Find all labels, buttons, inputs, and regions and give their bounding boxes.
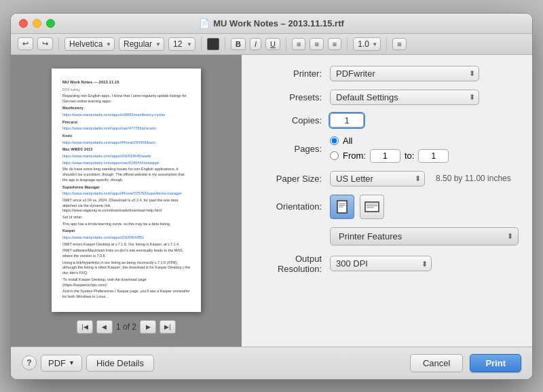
italic-button[interactable]: I — [250, 38, 261, 50]
paper-size-row: Paper Size: US Letter 8.50 by 11.00 inch… — [255, 171, 519, 187]
output-resolution-control: 300 DPI — [330, 256, 519, 271]
pages-radio-group: All From: to: — [330, 136, 449, 163]
minimize-button[interactable] — [33, 19, 41, 28]
pages-from-input[interactable] — [370, 149, 400, 163]
copies-control — [330, 113, 519, 128]
title-text: MU Work Notes – 2013.11.15.rtf — [213, 18, 344, 28]
printer-row: Printer: PDFwriter — [255, 66, 519, 81]
pdf-arrow-icon: ▼ — [69, 359, 75, 366]
prev-page-button[interactable]: ◀ — [96, 320, 113, 334]
pages-all-radio[interactable] — [330, 136, 339, 145]
copies-input[interactable] — [330, 113, 364, 128]
pages-row: Pages: All From: to: — [255, 136, 519, 163]
maximize-button[interactable] — [46, 19, 55, 28]
presets-select[interactable]: Default Settings — [330, 90, 479, 105]
toolbar: ↩ ↪ Helvetica Regular 12 B I U ≡ ≡ ≡ — [11, 34, 532, 55]
printer-control: PDFwriter — [330, 66, 519, 81]
printer-features-select-wrapper: Printer Features — [330, 227, 519, 246]
paper-size-label: Paper Size: — [255, 174, 330, 184]
help-button[interactable]: ? — [22, 355, 37, 370]
toolbar-separator-4 — [286, 37, 286, 51]
landscape-button[interactable] — [360, 195, 384, 219]
printer-features-select[interactable]: Printer Features — [330, 227, 519, 246]
toolbar-separator-2 — [201, 37, 202, 51]
font-size-select[interactable]: 12 — [168, 37, 195, 51]
pages-control: All From: to: — [330, 136, 519, 163]
text-color-button[interactable] — [207, 38, 219, 50]
toolbar-separator-6 — [386, 37, 387, 51]
orientation-label: Orientation: — [255, 201, 330, 212]
orientation-control — [330, 195, 519, 219]
bottom-bar: ? PDF ▼ Hide Details Cancel Print — [11, 347, 532, 379]
paper-size-control: US Letter 8.50 by 11.00 inches — [330, 171, 519, 187]
pages-range-row: From: to: — [330, 149, 449, 163]
align-right-button[interactable]: ≡ — [328, 38, 341, 50]
pages-from-label: From: — [343, 151, 366, 161]
last-page-button[interactable]: ▶| — [160, 320, 176, 334]
toolbar-separator-5 — [347, 37, 348, 51]
bottom-right-controls: Cancel Print — [410, 354, 521, 372]
doc-page: MU Work Notes — 2013.11.15 DOK listing R… — [52, 68, 201, 312]
font-family-select[interactable]: Helvetica — [64, 37, 115, 51]
pages-all-label: All — [343, 136, 352, 146]
paper-size-dimensions: 8.50 by 11.00 inches — [436, 174, 511, 183]
copies-row: Copies: — [255, 113, 519, 128]
presets-control: Default Settings — [330, 90, 519, 105]
printer-features-row: Printer Features — [255, 227, 519, 246]
paper-size-select[interactable]: US Letter — [330, 171, 425, 187]
toolbar-separator-1 — [58, 37, 59, 51]
printer-label: Printer: — [255, 68, 330, 79]
orientation-row: Orientation: — [255, 195, 519, 219]
paper-size-select-wrapper: US Letter — [330, 171, 425, 187]
align-center-button[interactable]: ≡ — [310, 38, 323, 50]
align-left-button[interactable]: ≡ — [292, 38, 305, 50]
pages-to-label: to: — [405, 151, 414, 161]
hide-details-button[interactable]: Hide Details — [86, 355, 154, 372]
font-style-select[interactable]: Regular — [119, 37, 164, 51]
list-button[interactable]: ≡ — [392, 38, 406, 50]
svg-rect-4 — [365, 202, 379, 212]
print-button[interactable]: Print — [470, 354, 521, 372]
printer-features-control: Printer Features — [330, 227, 519, 246]
presets-select-wrapper: Default Settings — [330, 90, 479, 105]
pdf-label: PDF — [48, 358, 66, 368]
pages-to-input[interactable] — [418, 149, 449, 163]
presets-row: Presets: Default Settings — [255, 90, 519, 105]
page-navigation: |◀ ◀ 1 of 2 ▶ ▶| — [77, 320, 176, 334]
main-content: MU Work Notes — 2013.11.15 DOK listing R… — [11, 55, 532, 347]
line-spacing-select[interactable]: 1.0 — [353, 37, 381, 51]
pages-from-radio[interactable] — [330, 151, 339, 160]
cancel-button[interactable]: Cancel — [410, 354, 463, 372]
page-info: 1 of 2 — [116, 322, 136, 332]
window-controls — [19, 19, 55, 28]
output-resolution-label: Output Resolution: — [255, 254, 330, 274]
font-size-wrapper: 12 — [168, 37, 195, 51]
title-bar: 📄 MU Work Notes – 2013.11.15.rtf — [11, 14, 532, 34]
document-preview: MU Work Notes — 2013.11.15 DOK listing R… — [11, 55, 242, 347]
printer-select[interactable]: PDFwriter — [330, 66, 479, 81]
presets-label: Presets: — [255, 92, 330, 102]
line-spacing-wrapper: 1.0 — [353, 37, 381, 51]
pages-all-row: All — [330, 136, 449, 146]
font-family-wrapper: Helvetica — [64, 37, 115, 51]
output-resolution-row: Output Resolution: 300 DPI — [255, 254, 519, 274]
copies-label: Copies: — [255, 115, 330, 125]
close-button[interactable] — [19, 19, 28, 28]
portrait-button[interactable] — [330, 195, 354, 219]
bold-button[interactable]: B — [231, 38, 246, 50]
printer-select-wrapper: PDFwriter — [330, 66, 479, 81]
window-title: 📄 MU Work Notes – 2013.11.15.rtf — [199, 18, 344, 28]
next-page-button[interactable]: ▶ — [140, 320, 156, 334]
font-style-wrapper: Regular — [119, 37, 164, 51]
undo-button[interactable]: ↩ — [18, 37, 33, 50]
underline-button[interactable]: U — [265, 38, 280, 50]
toolbar-separator-3 — [225, 37, 225, 51]
print-options-panel: Printer: PDFwriter Presets: Default Sett… — [242, 55, 532, 347]
output-res-select-wrapper: 300 DPI — [330, 256, 432, 271]
pages-label: Pages: — [255, 144, 330, 154]
first-page-button[interactable]: |◀ — [77, 320, 93, 334]
pdf-button[interactable]: PDF ▼ — [41, 355, 82, 372]
bottom-left-controls: ? PDF ▼ Hide Details — [22, 355, 154, 372]
output-resolution-select[interactable]: 300 DPI — [330, 256, 432, 271]
redo-button[interactable]: ↪ — [37, 37, 53, 50]
